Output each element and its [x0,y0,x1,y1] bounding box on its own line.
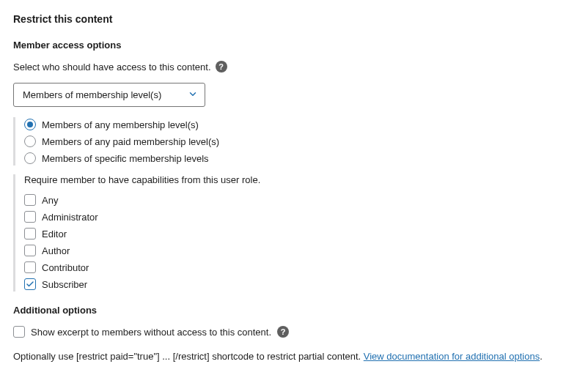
radio-label[interactable]: Members of specific membership levels [42,153,209,164]
excerpt-label[interactable]: Show excerpt to members without access t… [31,327,271,338]
page-title: Restrict this content [13,13,575,25]
member-access-heading: Member access options [13,40,575,51]
shortcode-suffix: . [540,351,543,362]
shortcode-prefix: Optionally use [restrict paid="true"] ..… [13,351,364,362]
checkbox-label[interactable]: Author [42,245,70,256]
help-icon[interactable]: ? [277,326,289,338]
documentation-link[interactable]: View documentation for additional option… [364,351,540,362]
select-value: Members of membership level(s) [23,89,161,100]
checkbox-role-editor[interactable] [24,228,36,240]
checkbox-label[interactable]: Any [42,195,58,206]
role-capabilities-block: Require member to have capabilities from… [13,174,575,292]
help-icon[interactable]: ? [216,61,227,73]
radio-label[interactable]: Members of any membership level(s) [42,119,199,130]
shortcode-hint: Optionally use [restrict paid="true"] ..… [13,351,575,362]
checkbox-role-contributor[interactable] [24,261,36,273]
additional-options-heading: Additional options [13,305,575,316]
checkbox-show-excerpt[interactable] [13,326,25,338]
checkbox-role-subscriber[interactable] [24,278,36,290]
radio-paid-level[interactable] [24,135,36,147]
radio-specific-level[interactable] [24,152,36,164]
checkbox-label[interactable]: Contributor [42,262,89,273]
checkbox-role-administrator[interactable] [24,211,36,223]
checkbox-label[interactable]: Subscriber [42,279,87,290]
checkbox-role-any[interactable] [24,194,36,206]
access-helper-text: Select who should have access to this co… [13,62,211,73]
checkbox-label[interactable]: Administrator [42,212,98,223]
role-heading: Require member to have capabilities from… [24,174,575,185]
radio-label[interactable]: Members of any paid membership level(s) [42,136,219,147]
access-level-select[interactable]: Members of membership level(s) [13,83,205,107]
membership-radio-group: Members of any membership level(s) Membe… [13,117,575,166]
radio-any-level[interactable] [24,119,36,130]
checkbox-label[interactable]: Editor [42,229,67,240]
checkbox-role-author[interactable] [24,245,36,256]
